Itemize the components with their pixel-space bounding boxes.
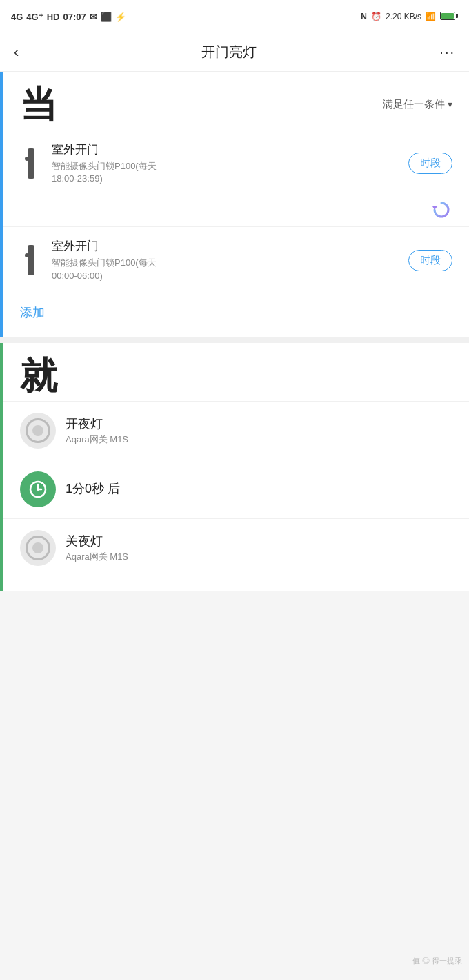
- signal-hd: HD: [47, 12, 60, 22]
- condition-dropdown[interactable]: 满足任一条件 ▾: [383, 98, 452, 111]
- action-text-2: 1分0秒 后: [66, 480, 452, 498]
- refresh-icon-container: [3, 196, 469, 226]
- condition-item-2[interactable]: 室外开门 智能摄像头门锁P100(每天00:00-06:00) 时段: [3, 226, 469, 293]
- action-sub-3: Aqara网关 M1S: [66, 551, 452, 563]
- condition-text-2: 室外开门 智能摄像头门锁P100(每天00:00-06:00): [52, 238, 399, 282]
- action-item-1[interactable]: 开夜灯 Aqara网关 M1S: [3, 401, 469, 460]
- page-title: 开门亮灯: [201, 43, 257, 61]
- then-section: 就 开夜灯 Aqara网关 M1S 1分0秒 后: [0, 343, 469, 591]
- wifi-icon: 📶: [426, 12, 436, 21]
- alarm-icon: ⏰: [371, 12, 381, 21]
- action-text-3: 关夜灯 Aqara网关 M1S: [66, 533, 452, 563]
- usb-icon: ⚡: [115, 12, 126, 22]
- then-section-header: 就: [3, 343, 469, 401]
- then-char: 就: [20, 357, 57, 394]
- door-lock-icon-2: [20, 244, 42, 277]
- signal-4g-2: 4G⁺: [26, 12, 43, 22]
- night-light-on-icon: [20, 413, 56, 449]
- timer-icon: [20, 471, 56, 507]
- action-title-3: 关夜灯: [66, 533, 452, 549]
- mail-icon: ✉: [90, 12, 97, 22]
- action-item-2[interactable]: 1分0秒 后: [3, 460, 469, 518]
- signal-4g-1: 4G: [11, 12, 23, 22]
- condition-title-2: 室外开门: [52, 238, 399, 254]
- n-icon: N: [361, 12, 367, 21]
- refresh-icon: [430, 199, 452, 221]
- back-button[interactable]: ‹: [14, 43, 19, 61]
- add-condition-button[interactable]: 添加: [3, 293, 61, 324]
- more-button[interactable]: ···: [439, 44, 455, 60]
- network-speed: 2.20 KB/s: [386, 12, 421, 21]
- condition-text-1: 室外开门 智能摄像头门锁P100(每天18:00-23:59): [52, 141, 399, 185]
- time-display: 07:07: [63, 12, 86, 22]
- media-icon: ⬛: [101, 12, 112, 22]
- when-section-header: 当 满足任一条件 ▾: [3, 72, 469, 130]
- status-bar: 4G 4G⁺ HD 07:07 ✉ ⬛ ⚡ N ⏰ 2.20 KB/s 📶: [0, 0, 469, 33]
- main-content: 当 满足任一条件 ▾ 室外开门 智能摄像头门锁P100(每天18:00-23:5…: [0, 72, 469, 591]
- svg-point-2: [37, 488, 39, 491]
- chevron-down-icon: ▾: [448, 99, 452, 110]
- time-badge-2[interactable]: 时段: [408, 250, 452, 271]
- time-badge-1[interactable]: 时段: [408, 153, 452, 174]
- condition-item-1[interactable]: 室外开门 智能摄像头门锁P100(每天18:00-23:59) 时段: [3, 130, 469, 196]
- header: ‹ 开门亮灯 ···: [0, 33, 469, 72]
- condition-title-1: 室外开门: [52, 141, 399, 157]
- status-right: N ⏰ 2.20 KB/s 📶: [361, 12, 458, 22]
- action-title-1: 开夜灯: [66, 415, 452, 432]
- watermark: 值 ◎ 得一提乘: [412, 956, 462, 966]
- action-item-3[interactable]: 关夜灯 Aqara网关 M1S: [3, 518, 469, 577]
- status-left: 4G 4G⁺ HD 07:07 ✉ ⬛ ⚡: [11, 12, 126, 22]
- when-section: 当 满足任一条件 ▾ 室外开门 智能摄像头门锁P100(每天18:00-23:5…: [0, 72, 469, 337]
- battery-display: [440, 12, 458, 22]
- door-lock-icon-1: [20, 147, 42, 180]
- action-sub-1: Aqara网关 M1S: [66, 433, 452, 446]
- condition-sub-1: 智能摄像头门锁P100(每天18:00-23:59): [52, 160, 399, 185]
- action-title-2: 1分0秒 后: [66, 480, 452, 497]
- condition-sub-2: 智能摄像头门锁P100(每天00:00-06:00): [52, 257, 399, 282]
- when-char: 当: [20, 86, 57, 123]
- condition-label: 满足任一条件: [383, 98, 445, 111]
- night-light-off-icon: [20, 530, 56, 566]
- action-text-1: 开夜灯 Aqara网关 M1S: [66, 415, 452, 446]
